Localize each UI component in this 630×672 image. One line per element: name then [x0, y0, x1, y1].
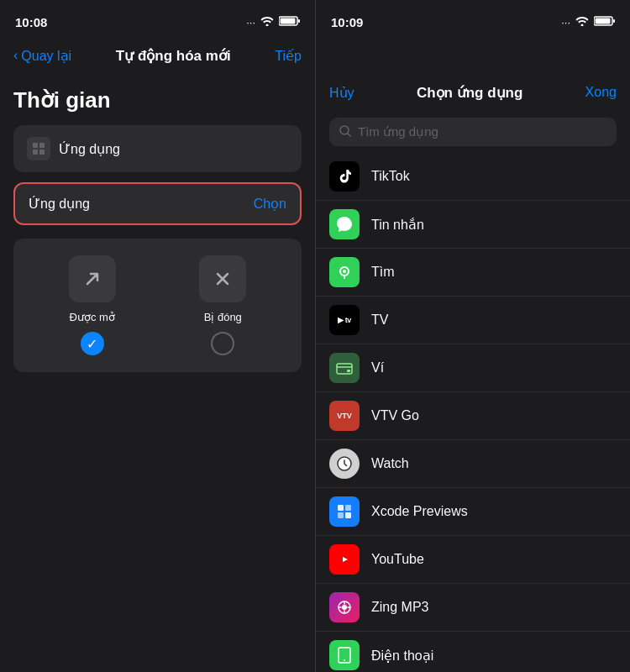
list-item[interactable]: YouTube: [316, 536, 630, 584]
svg-rect-6: [33, 150, 38, 155]
open-label: Được mở: [70, 311, 115, 323]
left-panel: 10:08 ··· ‹ Quay lại: [0, 0, 315, 672]
next-button[interactable]: Tiếp: [275, 48, 302, 64]
app-name-tiktok: TikTok: [371, 169, 617, 184]
signal-icon-right: ···: [561, 16, 570, 29]
app-icon-tin-nhan: [329, 209, 360, 239]
list-item[interactable]: Zing MP3: [316, 584, 630, 632]
closed-radio[interactable]: [211, 332, 234, 355]
svg-rect-11: [613, 19, 615, 23]
signal-icon-left: ···: [246, 16, 255, 29]
list-item[interactable]: Ví: [316, 344, 630, 392]
search-box[interactable]: Tìm ứng dụng: [329, 118, 617, 146]
app-name-xcode: Xcode Previews: [371, 504, 617, 519]
back-label: Quay lại: [21, 48, 71, 64]
list-item[interactable]: Watch: [316, 440, 630, 488]
app-highlight-card[interactable]: Ứng dụng Chọn: [13, 182, 302, 225]
svg-rect-4: [33, 143, 38, 148]
svg-rect-21: [345, 512, 351, 518]
nav-bar-left: ‹ Quay lại Tự động hóa mới Tiếp: [0, 37, 315, 74]
option-open[interactable]: Được mở ✓: [69, 255, 116, 355]
nav-bar-right: Hủy Chọn ứng dụng Xong: [316, 74, 630, 111]
svg-rect-15: [337, 364, 352, 374]
svg-point-0: [266, 24, 269, 26]
app-card-label: Ứng dụng: [59, 141, 120, 157]
wifi-icon-right: [575, 16, 589, 29]
app-name-zing: Zing MP3: [371, 600, 617, 615]
chevron-left-icon: ‹: [13, 48, 18, 63]
app-card[interactable]: Ứng dụng: [13, 125, 302, 172]
status-bar-right: 10:09 ···: [316, 0, 630, 37]
app-icon-zing: [329, 592, 360, 622]
svg-rect-10: [596, 18, 611, 24]
option-closed[interactable]: Bị đóng: [199, 255, 246, 355]
status-icons-right: ···: [561, 16, 615, 29]
list-item[interactable]: Xcode Previews: [316, 488, 630, 536]
app-icon-vtv: VTV: [329, 401, 360, 431]
nav-title-right: Chọn ứng dụng: [417, 84, 522, 102]
battery-icon-right: [594, 16, 615, 29]
app-name-youtube: YouTube: [371, 552, 617, 567]
list-item[interactable]: TikTok: [316, 153, 630, 201]
done-button[interactable]: Xong: [585, 85, 617, 100]
cancel-button[interactable]: Hủy: [329, 85, 354, 101]
svg-rect-16: [347, 370, 350, 372]
svg-point-8: [581, 24, 584, 26]
app-name-vtv: VTV Go: [371, 408, 617, 423]
closed-label: Bị đóng: [204, 311, 242, 323]
options-card: Được mở ✓ Bị đóng: [13, 239, 302, 372]
app-card-icon: [27, 137, 50, 160]
open-radio[interactable]: ✓: [81, 332, 104, 355]
svg-point-26: [344, 659, 345, 661]
battery-icon-left: [279, 16, 300, 29]
section-title: Thời gian: [0, 74, 315, 120]
app-name-tin-nhan: Tin nhắn: [371, 217, 617, 233]
open-icon-box: [69, 255, 116, 302]
app-name-watch: Watch: [371, 456, 617, 471]
right-panel: 10:09 ··· Hủy Chọn ứng dụng Xong: [315, 0, 630, 672]
svg-point-25: [342, 605, 347, 610]
svg-rect-18: [338, 505, 344, 511]
svg-point-14: [343, 270, 346, 273]
back-button[interactable]: ‹ Quay lại: [13, 48, 71, 64]
app-icon-tiktok: [329, 161, 360, 192]
app-icon-youtube: [329, 544, 360, 575]
list-item[interactable]: VTV VTV Go: [316, 392, 630, 440]
app-name-tv: TV: [371, 312, 617, 328]
app-name-vi: Ví: [371, 360, 617, 375]
app-icon-vi: [329, 353, 360, 383]
status-bar-left: 10:08 ···: [0, 0, 315, 37]
list-item[interactable]: ▶ tv TV: [316, 297, 630, 344]
status-icons-left: ···: [246, 16, 300, 29]
svg-rect-20: [338, 512, 344, 518]
app-icon-tv: ▶ tv: [329, 305, 360, 335]
app-icon-watch: [329, 449, 360, 479]
svg-rect-19: [345, 505, 351, 511]
search-icon: [339, 125, 351, 139]
app-icon-dien-thoai: [329, 640, 360, 670]
app-icon-tim: [329, 257, 360, 287]
list-item[interactable]: Tìm: [316, 249, 630, 297]
svg-rect-2: [281, 18, 296, 24]
wifi-icon-left: [260, 16, 274, 29]
close-icon-box: [199, 255, 246, 302]
app-list: TikTok Tin nhắn Tìm: [316, 153, 630, 672]
svg-rect-7: [39, 150, 45, 155]
list-item[interactable]: Tin nhắn: [316, 201, 630, 249]
svg-rect-5: [39, 143, 45, 148]
app-name-tim: Tìm: [371, 265, 617, 280]
svg-rect-3: [298, 19, 300, 23]
time-right: 10:09: [331, 15, 363, 29]
nav-title-left: Tự động hóa mới: [116, 47, 231, 65]
list-item[interactable]: Điện thoại: [316, 632, 630, 672]
highlight-card-label: Ứng dụng: [29, 196, 90, 212]
app-icon-xcode: [329, 496, 360, 527]
time-left: 10:08: [15, 15, 47, 29]
app-name-dien-thoai: Điện thoại: [371, 648, 617, 664]
choose-button[interactable]: Chọn: [254, 196, 286, 212]
search-placeholder: Tìm ứng dụng: [358, 124, 438, 139]
